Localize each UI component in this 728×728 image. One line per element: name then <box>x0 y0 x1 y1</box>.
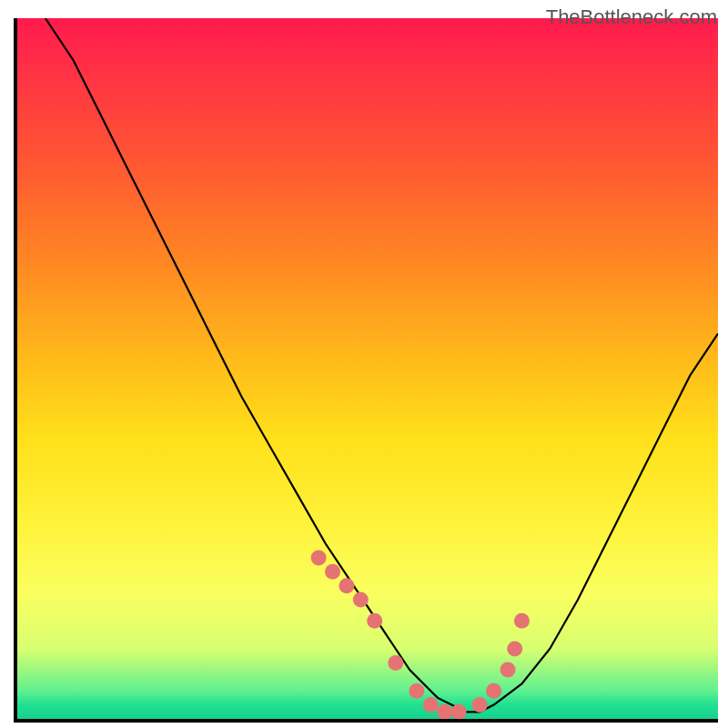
curve-marker <box>409 683 424 699</box>
curve-marker <box>353 592 369 608</box>
bottleneck-chart: TheBottleneck.com <box>0 0 728 728</box>
curve-markers <box>311 550 530 719</box>
curve-marker <box>486 683 501 699</box>
plot-area <box>14 18 718 723</box>
bottleneck-curve <box>46 18 718 712</box>
curve-marker <box>388 655 403 671</box>
chart-svg <box>17 18 718 719</box>
curve-marker <box>472 697 488 713</box>
attribution-text: TheBottleneck.com <box>546 5 717 29</box>
curve-marker <box>514 613 530 629</box>
curve-marker <box>507 642 522 657</box>
curve-marker <box>311 550 327 565</box>
curve-marker <box>500 662 516 678</box>
curve-marker <box>423 697 439 713</box>
curve-marker <box>451 704 467 719</box>
curve-marker <box>437 704 452 719</box>
curve-marker <box>339 578 354 593</box>
curve-marker <box>325 564 340 580</box>
curve-marker <box>367 613 382 629</box>
